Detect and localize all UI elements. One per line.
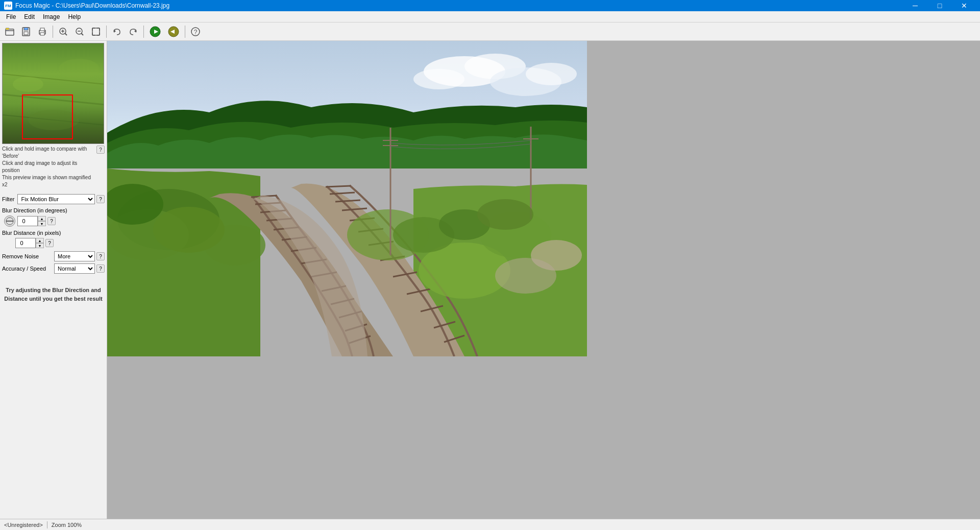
main-layout: Click and hold image to compare with 'Be… bbox=[0, 41, 980, 519]
remove-noise-select[interactable]: Less Normal More Maximum bbox=[54, 251, 95, 261]
registration-status: <Unregistered> bbox=[4, 522, 43, 528]
remove-noise-row: Remove Noise Less Normal More Maximum ? bbox=[2, 251, 105, 261]
preview-image[interactable] bbox=[2, 43, 104, 144]
save-button[interactable] bbox=[18, 25, 34, 39]
redo-button[interactable] bbox=[126, 25, 141, 39]
zoom-fit-button[interactable] bbox=[88, 25, 104, 39]
toolbar-sep-2 bbox=[106, 26, 107, 38]
filter-row: Filter Fix Motion Blur Focus Fix Forensi… bbox=[2, 194, 105, 204]
toolbar-sep-1 bbox=[53, 26, 53, 38]
blur-distance-controls: ▲ ▼ ? bbox=[4, 238, 105, 248]
blur-distance-up[interactable]: ▲ bbox=[36, 238, 44, 243]
help-button[interactable]: ? bbox=[188, 25, 203, 39]
svg-text:?: ? bbox=[194, 29, 198, 36]
filter-section: Filter Fix Motion Blur Focus Fix Forensi… bbox=[2, 194, 105, 276]
svg-point-45 bbox=[413, 69, 464, 89]
svg-line-10 bbox=[65, 33, 67, 35]
filter-label: Filter bbox=[2, 196, 14, 202]
preview-svg bbox=[3, 43, 104, 144]
toolbar-sep-3 bbox=[143, 26, 144, 38]
zoom-in-button[interactable] bbox=[56, 25, 71, 39]
svg-rect-16 bbox=[92, 28, 100, 35]
titlebar-controls: ─ □ ✕ bbox=[903, 0, 976, 11]
hint-compare: Click and hold image to compare with 'Be… bbox=[2, 146, 95, 160]
menubar: File Edit Image Help bbox=[0, 11, 980, 22]
filter-help-button[interactable]: ? bbox=[96, 195, 105, 203]
svg-rect-4 bbox=[24, 32, 28, 35]
svg-marker-26 bbox=[134, 30, 136, 33]
statusbar: <Unregistered> Zoom 100% bbox=[0, 519, 980, 530]
toolbar-sep-4 bbox=[185, 26, 185, 38]
menu-help[interactable]: Help bbox=[64, 12, 85, 21]
blur-distance-input[interactable] bbox=[15, 238, 36, 248]
titlebar-left: FM Focus Magic - C:\Users\Paul\Downloads… bbox=[4, 2, 169, 10]
accuracy-speed-label: Accuracy / Speed bbox=[2, 266, 54, 272]
blur-direction-input[interactable] bbox=[17, 216, 38, 226]
blur-distance-down[interactable]: ▼ bbox=[36, 243, 44, 248]
toolbar: ? bbox=[0, 22, 980, 41]
remove-noise-help[interactable]: ? bbox=[96, 252, 105, 260]
svg-rect-7 bbox=[40, 28, 44, 31]
remove-noise-label: Remove Noise bbox=[2, 253, 54, 259]
menu-image[interactable]: Image bbox=[39, 12, 64, 21]
undo-button[interactable] bbox=[109, 25, 125, 39]
hint-drag: Click and drag image to adjust its posit… bbox=[2, 160, 95, 174]
svg-point-90 bbox=[477, 199, 533, 230]
zoom-out-button[interactable] bbox=[72, 25, 87, 39]
open-button[interactable] bbox=[2, 25, 17, 39]
app-icon: FM bbox=[4, 2, 12, 10]
svg-rect-0 bbox=[6, 29, 14, 35]
image-area[interactable] bbox=[107, 41, 980, 519]
accuracy-speed-select[interactable]: Draft Normal Best bbox=[54, 263, 95, 274]
menu-file[interactable]: File bbox=[2, 12, 20, 21]
svg-line-62 bbox=[326, 186, 351, 187]
tip-text: Try adjusting the Blur Direction and Dis… bbox=[2, 286, 105, 303]
zoom-status: Zoom 100% bbox=[52, 522, 82, 528]
maximize-button[interactable]: □ bbox=[928, 0, 951, 11]
svg-marker-25 bbox=[114, 30, 116, 33]
revert-button[interactable] bbox=[165, 25, 182, 39]
main-image[interactable] bbox=[107, 41, 587, 356]
minimize-button[interactable]: ─ bbox=[903, 0, 927, 11]
accuracy-speed-row: Accuracy / Speed Draft Normal Best ? bbox=[2, 263, 105, 274]
preview-help-button[interactable]: ? bbox=[96, 146, 105, 154]
svg-point-47 bbox=[526, 63, 577, 85]
svg-rect-6 bbox=[40, 33, 44, 35]
filter-select[interactable]: Fix Motion Blur Focus Fix Forensic bbox=[17, 194, 95, 204]
blur-direction-controls: ▲ ▼ ? bbox=[4, 215, 105, 227]
svg-rect-1 bbox=[6, 28, 9, 30]
blur-direction-icon bbox=[4, 215, 15, 227]
status-separator bbox=[47, 521, 47, 528]
blur-direction-down[interactable]: ▼ bbox=[38, 221, 46, 226]
svg-point-38 bbox=[59, 59, 100, 79]
blur-distance-spinner: ▲ ▼ bbox=[36, 238, 44, 248]
blur-direction-help[interactable]: ? bbox=[47, 217, 56, 225]
svg-line-14 bbox=[82, 33, 84, 35]
accuracy-speed-help[interactable]: ? bbox=[96, 264, 105, 273]
svg-point-86 bbox=[153, 207, 225, 253]
blur-direction-spinner: ▲ ▼ bbox=[38, 216, 46, 226]
svg-point-37 bbox=[13, 77, 43, 92]
apply-button[interactable] bbox=[146, 25, 164, 39]
titlebar: FM Focus Magic - C:\Users\Paul\Downloads… bbox=[0, 0, 980, 11]
svg-point-8 bbox=[44, 31, 45, 32]
menu-edit[interactable]: Edit bbox=[20, 12, 39, 21]
railroad-svg bbox=[107, 41, 587, 356]
blur-distance-label: Blur Distance (in pixels) bbox=[2, 230, 105, 236]
svg-point-39 bbox=[28, 110, 79, 130]
blur-direction-up[interactable]: ▲ bbox=[38, 216, 46, 221]
hint-magnified: This preview image is shown magnified x2 bbox=[2, 174, 95, 188]
blur-direction-row: Blur Direction (in degrees) bbox=[2, 207, 105, 213]
svg-point-92 bbox=[495, 258, 556, 294]
print-button[interactable] bbox=[35, 25, 50, 39]
close-button[interactable]: ✕ bbox=[952, 0, 976, 11]
svg-rect-3 bbox=[24, 28, 28, 30]
preview-hints: Click and hold image to compare with 'Be… bbox=[2, 146, 105, 188]
titlebar-title: Focus Magic - C:\Users\Paul\Downloads\Co… bbox=[15, 2, 169, 9]
left-panel: Click and hold image to compare with 'Be… bbox=[0, 41, 107, 519]
blur-distance-row: Blur Distance (in pixels) bbox=[2, 230, 105, 236]
blur-distance-help[interactable]: ? bbox=[45, 239, 54, 247]
blur-direction-label: Blur Direction (in degrees) bbox=[2, 207, 105, 213]
